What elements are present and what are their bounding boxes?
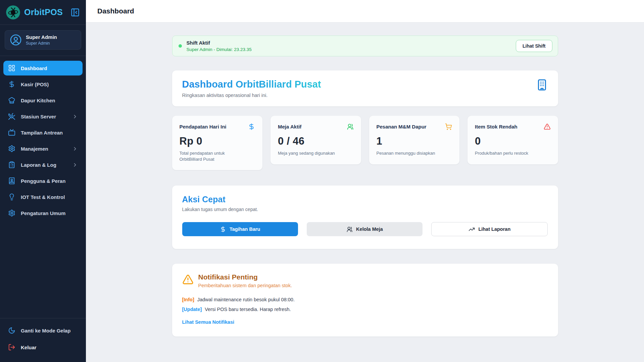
avatar: [10, 34, 22, 46]
notification-item: [Info]Jadwal maintenance rutin besok puk…: [182, 297, 548, 302]
orbitpos-logo-icon: [6, 5, 20, 19]
users-icon: [347, 123, 354, 130]
gear-icon: [8, 209, 15, 217]
notification-tag: [Update]: [182, 307, 202, 312]
sidebar-item-label: Laporan & Log: [21, 162, 56, 168]
user-section: Super Admin Super Admin: [0, 25, 86, 56]
sidebar-item-stasiun-server[interactable]: Stasiun Server: [3, 109, 83, 124]
overview-title: Dashboard OrbitBilliard Pusat: [182, 79, 321, 90]
dark-mode-toggle[interactable]: Ganti ke Mode Gelap: [3, 323, 83, 338]
clipboard-list-icon: [8, 161, 15, 168]
user-role: Super Admin: [26, 41, 57, 46]
stat-value: 0 / 46: [278, 135, 354, 147]
notifications-card: Notifikasi Penting Pemberitahuan sistem …: [172, 264, 558, 337]
notification-list: [Info]Jadwal maintenance rutin besok puk…: [182, 297, 548, 312]
sidebar-item-label: Tampilan Antrean: [21, 130, 63, 136]
manage-tables-button[interactable]: Kelola Meja: [307, 222, 423, 236]
sidebar-footer: Ganti ke Mode Gelap Keluar: [0, 318, 86, 362]
dollar-icon: [8, 81, 15, 88]
sidebar-header: OrbitPOS: [0, 0, 86, 25]
quick-actions-card: Aksi Cepat Lakukan tugas umum dengan cep…: [172, 186, 558, 249]
sidebar-item-manajemen[interactable]: Manajemen: [3, 141, 83, 156]
sidebar-item-label: IOT Test & Kontrol: [21, 194, 65, 200]
view-shift-button[interactable]: Lihat Shift: [516, 40, 552, 52]
users-icon: [346, 226, 353, 232]
panel-left-close-icon: [70, 8, 80, 17]
stats-row: Pendapatan Hari Ini Rp 0 Total pendapata…: [172, 116, 558, 170]
button-label: Lihat Laporan: [478, 226, 510, 232]
stat-caption: Meja yang sedang digunakan: [278, 150, 345, 156]
shift-active-banner: Shift Aktif Super Admin - Dimulai: 23.23…: [172, 36, 558, 56]
alert-triangle-icon: [544, 123, 551, 130]
page-title: Dashboard: [97, 7, 134, 15]
stat-value: Rp 0: [180, 135, 255, 147]
logout-icon: [8, 344, 15, 351]
sidebar-menu: Dashboard Kasir (POS) Dapur Kitchen Stas…: [0, 56, 86, 318]
stat-card-pesanan-dapur: Pesanan M&M Dapur 1 Pesanan menunggu dis…: [369, 116, 460, 164]
sidebar-item-pengguna-peran[interactable]: Pengguna & Peran: [3, 173, 83, 188]
dollar-icon: [220, 226, 226, 232]
stat-value: 0: [475, 135, 551, 147]
notification-tag: [Info]: [182, 297, 194, 302]
view-reports-button[interactable]: Lihat Laporan: [431, 222, 548, 236]
stat-title: Pendapatan Hari Ini: [180, 123, 227, 130]
shopping-cart-icon: [445, 123, 452, 130]
book-user-icon: [8, 177, 15, 185]
stat-caption: Total pendapatan untuk OrbitBilliard Pus…: [180, 150, 247, 162]
new-bill-button[interactable]: Tagihan Baru: [182, 222, 298, 236]
lightbulb-icon: [8, 193, 15, 201]
stat-caption: Produk/bahan perlu restock: [475, 150, 542, 156]
view-all-notifications-link[interactable]: Lihat Semua Notifikasi: [182, 319, 235, 325]
main-area: Dashboard Shift Aktif Super Admin - Dimu…: [86, 0, 644, 362]
app-title: OrbitPOS: [24, 7, 66, 17]
utensils-crossed-icon: [8, 113, 15, 120]
sidebar: OrbitPOS Super Admin Super Admin Dashboa…: [0, 0, 86, 362]
stat-value: 1: [377, 135, 452, 147]
sidebar-item-dapur-kitchen[interactable]: Dapur Kitchen: [3, 93, 83, 108]
collapse-sidebar-button[interactable]: [70, 8, 80, 17]
tv-icon: [8, 129, 15, 136]
button-label: Tagihan Baru: [230, 226, 260, 232]
stat-card-meja-aktif: Meja Aktif 0 / 46 Meja yang sedang digun…: [270, 116, 361, 164]
sidebar-item-pengaturan-umum[interactable]: Pengaturan Umum: [3, 206, 83, 220]
sidebar-item-label: Dapur Kitchen: [21, 98, 55, 103]
notifications-title: Notifikasi Penting: [198, 273, 292, 281]
sidebar-item-label: Kasir (POS): [21, 82, 49, 87]
notification-text: Versi POS baru tersedia. Harap refresh.: [205, 307, 291, 312]
notification-item: [Update]Versi POS baru tersedia. Harap r…: [182, 307, 548, 312]
logout-button[interactable]: Keluar: [3, 340, 83, 355]
sidebar-item-iot-test-kontrol[interactable]: IOT Test & Kontrol: [3, 190, 83, 204]
stat-title: Meja Aktif: [278, 123, 301, 130]
overview-card: Dashboard OrbitBilliard Pusat Ringkasan …: [172, 70, 558, 106]
overview-subtitle: Ringkasan aktivitas operasional hari ini…: [182, 93, 321, 98]
sidebar-item-label: Manajemen: [21, 146, 48, 152]
notification-text: Jadwal maintenance rutin besok pukul 08:…: [197, 297, 295, 302]
quick-actions-title: Aksi Cepat: [182, 195, 548, 204]
chevron-right-icon: [72, 146, 78, 152]
shift-banner-subtitle: Super Admin - Dimulai: 23.23.35: [187, 47, 252, 52]
sidebar-item-label: Stasiun Server: [21, 114, 56, 119]
stat-card-stok-rendah: Item Stok Rendah 0 Produk/bahan perlu re…: [467, 116, 558, 164]
sidebar-item-tampilan-antrean[interactable]: Tampilan Antrean: [3, 125, 83, 140]
stat-card-pendapatan: Pendapatan Hari Ini Rp 0 Total pendapata…: [172, 116, 263, 170]
gear-icon: [8, 145, 15, 152]
stat-title: Pesanan M&M Dapur: [377, 123, 427, 130]
dashboard-grid-icon: [8, 64, 15, 72]
notifications-subtitle: Pemberitahuan sistem dan peringatan stok…: [198, 283, 292, 288]
building-icon: [536, 79, 548, 91]
sidebar-item-dashboard[interactable]: Dashboard: [3, 61, 83, 75]
user-name: Super Admin: [26, 34, 57, 40]
sidebar-item-label: Dashboard: [21, 65, 47, 71]
sidebar-item-label: Pengguna & Peran: [21, 178, 65, 184]
user-card[interactable]: Super Admin Super Admin: [5, 30, 81, 50]
dollar-icon: [248, 123, 255, 130]
chevron-right-icon: [72, 114, 78, 119]
content-scroll-area[interactable]: Shift Aktif Super Admin - Dimulai: 23.23…: [86, 22, 644, 362]
stat-title: Item Stok Rendah: [475, 123, 517, 130]
sidebar-item-kasir-pos[interactable]: Kasir (POS): [3, 77, 83, 92]
trending-up-icon: [468, 226, 475, 232]
chevron-right-icon: [72, 162, 78, 168]
dark-mode-label: Ganti ke Mode Gelap: [21, 328, 70, 333]
sidebar-item-laporan-log[interactable]: Laporan & Log: [3, 157, 83, 172]
status-dot: [179, 44, 182, 48]
